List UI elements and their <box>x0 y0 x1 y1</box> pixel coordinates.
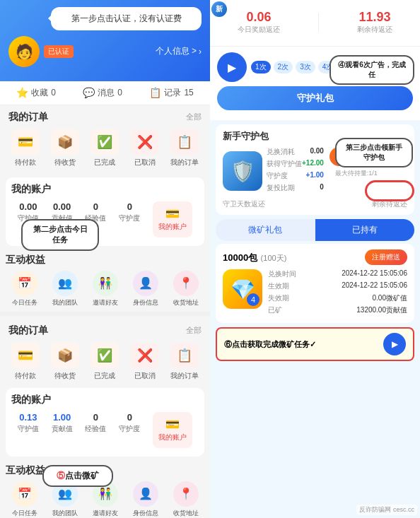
mining-header: 10000包 (100天) 注册赠送 <box>223 249 407 265</box>
record-icon: 📋 <box>149 87 161 98</box>
gift-left: 🛡️ 新 兑换消耗 0.00 获得守护值 +12.00 守护度 +1.00 <box>223 147 324 195</box>
order-pending-pay-2[interactable]: 💳 待付款 <box>11 343 40 381</box>
right-panel: 0.06 今日奖励返还 11.93 剩余待返还 ▶ 1次 2次 3次 4次 5次… <box>210 0 420 518</box>
mining-row-mined: 已矿 13200.00贡献值 <box>268 305 407 315</box>
invite-icon: 👫 <box>93 271 118 296</box>
user-row: 🧑 已认证 个人信息 > › <box>8 36 202 67</box>
gift-row-guard-degree: 守护度 +1.00 <box>267 171 324 181</box>
pending-receive-icon-2: 📦 <box>51 343 79 368</box>
order-pending-receive-2[interactable]: 📦 待收货 <box>51 343 79 381</box>
ad-step-2[interactable]: 2次 <box>274 61 293 73</box>
benefit-identity-2[interactable]: 👤 身份信息 <box>127 481 164 518</box>
account-values-2: 0.13 守护值 1.00 贡献值 0 经验值 0 守护度 💳 我的账户 <box>11 409 199 451</box>
mining-pack-label: 10000包 (100天) <box>223 251 286 264</box>
verified-badge[interactable]: 已认证 <box>44 45 74 58</box>
mining-row-expire: 失效期 0.00微矿值 <box>268 293 407 303</box>
watermark: 反诈防骗网 cesc.cc <box>356 505 417 515</box>
reward-divider <box>318 13 319 32</box>
divider-1 <box>0 312 210 316</box>
play-ad-button[interactable]: ▶ <box>217 52 247 82</box>
guard-gift-icon: 🛡️ 新 <box>223 151 262 191</box>
my-order-icon: 📋 <box>170 129 199 155</box>
benefits-grid-1: 📅 今日任务 👥 我的团队 👫 邀请好友 👤 身份信息 📍 收货地址 <box>0 266 210 312</box>
cancelled-icon-2: ❌ <box>131 343 159 368</box>
personal-info-link[interactable]: 个人信息 > › <box>156 45 202 57</box>
address-icon: 📍 <box>173 271 199 296</box>
step2-annotation: 第二步点击今日任务 <box>21 219 99 251</box>
guard-val-2: 0.13 守护值 <box>18 412 39 448</box>
contrib-val-2: 1.00 贡献值 <box>52 412 73 448</box>
cancelled-icon: ❌ <box>131 129 159 155</box>
mining-details: 兑换时间 2024-12-22 15:05:06 生效期 2024-12-22 … <box>268 269 407 317</box>
register-btn[interactable]: 注册赠送 <box>365 249 407 265</box>
guard-degree-2: 0 守护度 <box>119 412 140 448</box>
account-section-2: 我的账户 0.13 守护值 1.00 贡献值 0 经验值 0 守护度 💳 我的账… <box>6 388 204 457</box>
order-completed[interactable]: ✅ 已完成 <box>91 129 119 167</box>
daily-task-icon-2: 📅 <box>12 481 37 507</box>
identity-icon: 👤 <box>133 271 158 296</box>
mining-row-exchange-time: 兑换时间 2024-12-22 15:05:06 <box>268 269 407 279</box>
mining-num: 4 <box>247 293 259 306</box>
reward-stats: 0.06 今日奖励返还 11.93 剩余待返还 <box>218 7 412 40</box>
tab-have[interactable]: 已持有 <box>315 219 415 241</box>
guard-degree-1: 0 守护度 <box>119 201 140 237</box>
star-icon: ⭐ <box>16 87 28 98</box>
order-icons-2: 💳 待付款 📦 待收货 ✅ 已完成 ❌ 已取消 📋 我的订单 <box>0 340 210 387</box>
my-account-btn-2[interactable]: 💳 我的账户 <box>153 412 192 448</box>
mining-content: 💎 4 兑换时间 2024-12-22 15:05:06 生效期 2024-12… <box>223 269 407 317</box>
messages-stat[interactable]: 💬 消息 0 <box>83 87 122 99</box>
order-completed-2[interactable]: ✅ 已完成 <box>91 343 119 381</box>
avatar: 🧑 <box>8 36 40 67</box>
left-header: 第一步点击认证，没有认证费 🧑 已认证 个人信息 > › <box>0 0 210 81</box>
benefit-daily-task-2[interactable]: 📅 今日任务 <box>6 481 43 518</box>
benefit-my-team-1[interactable]: 👥 我的团队 <box>46 271 83 307</box>
benefit-identity-1[interactable]: 👤 身份信息 <box>127 271 164 307</box>
account-header-2: 我的账户 <box>11 394 199 409</box>
pending-pay-icon: 💳 <box>11 129 40 155</box>
order-cancelled[interactable]: ❌ 已取消 <box>131 129 159 167</box>
my-order-btn[interactable]: 📋 我的订单 <box>170 129 199 167</box>
gift-details: 兑换消耗 0.00 获得守护值 +12.00 守护度 +1.00 复投比期 0 <box>267 147 324 195</box>
max-note: 最大待持量:1/1 <box>335 169 378 178</box>
step6-annotation: ⑥点击获取完成微矿任务✓ ▶ <box>216 327 414 361</box>
step4-annotation: ④观看6次广告，完成任 <box>329 55 414 85</box>
ad-step-3[interactable]: 3次 <box>296 61 315 73</box>
my-order-btn-2[interactable]: 📋 我的订单 <box>170 343 199 381</box>
step5-annotation: ⑤点击微矿 <box>42 465 113 487</box>
order-pending-receive[interactable]: 📦 待收货 <box>51 129 79 167</box>
my-account-btn-1[interactable]: 💳 我的账户 <box>153 201 192 237</box>
benefit-address-2[interactable]: 📍 收货地址 <box>167 481 204 518</box>
mining-section: 10000包 (100天) 注册赠送 💎 4 兑换时间 2024-12-22 1… <box>216 244 414 323</box>
mining-row-effective: 生效期 2024-12-22 15:05:06 <box>268 281 407 291</box>
order-cancelled-2[interactable]: ❌ 已取消 <box>131 343 159 381</box>
ad-step-1[interactable]: 1次 <box>251 61 271 73</box>
guard-btn[interactable]: 守护礼包 <box>217 86 413 110</box>
pending-pay-icon-2: 💳 <box>11 343 40 368</box>
benefit-invite-1[interactable]: 👫 邀请好友 <box>86 271 124 307</box>
records-stat[interactable]: 📋 记录 15 <box>149 87 193 99</box>
order-pending-pay[interactable]: 💳 待付款 <box>11 129 40 167</box>
order-icons-1: 💳 待付款 📦 待收货 ✅ 已完成 ❌ 已取消 📋 我的订单 <box>0 126 210 173</box>
favorites-stat[interactable]: ⭐ 收藏 0 <box>16 87 56 99</box>
tab-micro-gift[interactable]: 微矿礼包 <box>216 219 315 241</box>
step6-text: ⑥点击获取完成微矿任务✓ <box>224 339 379 350</box>
my-orders-header-2: 我的订单 全部 <box>0 319 210 340</box>
stats-bar: ⭐ 收藏 0 💬 消息 0 📋 记录 15 <box>0 81 210 105</box>
benefit-daily-task-1[interactable]: 📅 今日任务 <box>6 271 43 307</box>
mining-icon: 💎 4 <box>223 269 262 309</box>
benefit-address-1[interactable]: 📍 收货地址 <box>167 271 204 307</box>
completed-icon: ✅ <box>91 129 119 155</box>
exp-val-2: 0 经验值 <box>85 412 106 448</box>
my-orders-header-1: 我的订单 全部 <box>0 105 210 126</box>
gift-row-reinvest: 复投比期 0 <box>267 183 324 193</box>
identity-icon-2: 👤 <box>133 481 158 507</box>
step3-annotation: 第三步点击领新手守护包 <box>335 138 413 167</box>
remaining-reward: 11.93 剩余待返还 <box>357 10 392 35</box>
my-team-icon: 👥 <box>52 271 78 296</box>
play-btn-small[interactable]: ▶ <box>383 333 406 355</box>
daily-task-icon: 📅 <box>12 271 37 296</box>
address-icon-2: 📍 <box>173 481 199 507</box>
today-reward: 0.06 今日奖励返还 <box>238 10 280 35</box>
reward-stats-section: 0.06 今日奖励返还 11.93 剩余待返还 <box>210 0 420 47</box>
tab-row: 微矿礼包 已持有 <box>216 219 414 241</box>
